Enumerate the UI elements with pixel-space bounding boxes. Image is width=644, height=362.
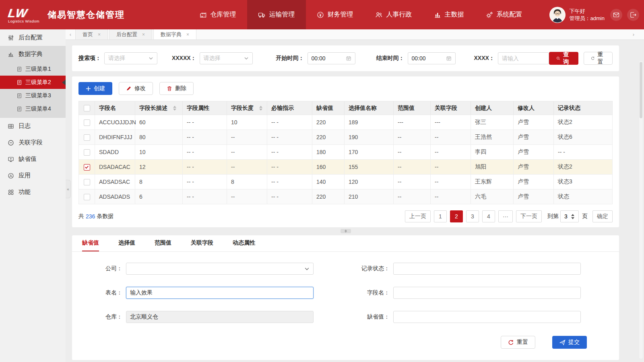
tab-backend-config[interactable]: 后台配置 × [109, 29, 152, 39]
table-row[interactable]: ACCUOJJDJN60-- -10-- -220189------张三卢雪状态… [79, 115, 613, 130]
table-row[interactable]: ADSADADS6-- ----- -220210----六毛卢雪状态 [79, 189, 613, 204]
close-icon[interactable]: × [142, 32, 145, 37]
sidebar-item-label: 三级菜单4 [25, 105, 51, 113]
user-box[interactable]: 下午好 管理员：admin [533, 7, 610, 23]
table-cell: --- [431, 115, 471, 130]
close-icon[interactable]: × [98, 32, 101, 37]
table-name-input[interactable] [126, 287, 314, 299]
panel-resize-handle[interactable] [341, 229, 351, 233]
close-icon[interactable]: × [186, 32, 189, 37]
dict-chart-icon [8, 51, 14, 58]
prev-page-button[interactable]: 上一页 [405, 210, 431, 222]
nav-item-hr[interactable]: 人事行政 [364, 0, 423, 29]
delete-button[interactable]: 删除 [159, 82, 194, 95]
sidebar-item-label: 关联字段 [19, 139, 43, 146]
sidebar-item-function[interactable]: 功能 [0, 184, 66, 200]
search-item-select[interactable]: 请选择 [104, 52, 157, 64]
page-button-4[interactable]: 4 [482, 210, 495, 222]
spinner-up-icon[interactable] [571, 214, 574, 216]
page-button-2-active[interactable]: 2 [450, 210, 463, 222]
start-time-input[interactable] [308, 52, 355, 64]
table-row[interactable]: SDADD10-- ----- -180170----李四卢雪-- - [79, 145, 613, 160]
row-checkbox[interactable] [84, 179, 90, 185]
detail-tab-related-field[interactable]: 关联字段 [191, 235, 213, 251]
log-grid-icon [8, 123, 14, 130]
sidebar-collapse-handle[interactable]: « [66, 180, 71, 198]
page-button-3[interactable]: 3 [466, 210, 479, 222]
mail-button[interactable] [610, 9, 622, 21]
spinner-down-icon[interactable] [571, 217, 574, 219]
sidebar-item-related-field[interactable]: 关联字段 [0, 134, 66, 151]
row-checkbox[interactable] [84, 194, 90, 200]
form-reset-button[interactable]: 重置 [501, 336, 535, 349]
sidebar-item-backend-config[interactable]: 后台配置 [0, 29, 66, 46]
sidebar-item-submenu-4[interactable]: 三级菜单4 [0, 102, 66, 115]
sidebar-item-data-dict[interactable]: 数据字典 [0, 46, 66, 62]
sort-control[interactable] [173, 106, 176, 111]
sidebar-item-label: 三级菜单3 [25, 92, 51, 99]
edit-button[interactable]: 修改 [119, 82, 153, 95]
goto-confirm-button[interactable]: 确定 [592, 210, 613, 222]
table-cell: 210 [345, 189, 394, 204]
tab-home[interactable]: 首页 × [75, 29, 108, 39]
sidebar-item-submenu-2[interactable]: 三级菜单2 [0, 76, 66, 89]
table-cell: 12 [135, 160, 183, 175]
main-area: ‹ 首页 × 后台配置 × 数据字典 × › 搜索项： 请选择 XXXXX： 请… [66, 29, 644, 362]
sidebar-item-log[interactable]: 日志 [0, 118, 66, 134]
nav-item-transport[interactable]: 运输管理 [247, 0, 306, 29]
row-checkbox[interactable] [84, 134, 90, 141]
sidebar-item-label: 应用 [19, 172, 31, 179]
next-page-button[interactable]: 下一页 [516, 210, 542, 222]
sidebar-item-submenu-1[interactable]: 三级菜单1 [0, 62, 66, 76]
default-value-input[interactable] [393, 311, 581, 323]
field-name-input[interactable] [393, 287, 581, 299]
company-select[interactable] [126, 263, 314, 275]
table-row-selected[interactable]: DSADACAC12-- ----- -160155----旭阳卢雪状态2 [79, 160, 613, 175]
table-cell: -- [394, 130, 431, 145]
nav-item-warehouse[interactable]: 仓库管理 [189, 0, 247, 29]
goto-page-input[interactable] [561, 213, 571, 220]
row-checkbox[interactable] [84, 119, 90, 126]
page-ellipsis[interactable]: ··· [498, 210, 513, 222]
sidebar-item-default-value[interactable]: 缺省值 [0, 151, 66, 167]
logout-button[interactable] [627, 9, 639, 21]
sidebar-item-label: 缺省值 [19, 155, 37, 163]
detail-tab-range-value[interactable]: 范围值 [155, 235, 171, 251]
page-button-1[interactable]: 1 [434, 210, 447, 222]
truck-icon [258, 11, 266, 19]
xxxxx-select[interactable]: 请选择 [200, 52, 253, 64]
vertical-scrollbar[interactable] [639, 61, 643, 359]
detail-tab-select-value[interactable]: 选择值 [118, 235, 135, 251]
sidebar-item-application[interactable]: 应用 [0, 167, 66, 184]
table-cell: 卢雪 [514, 145, 554, 160]
record-status-input[interactable] [393, 263, 581, 275]
tabs-scroll-right[interactable]: › [629, 29, 638, 39]
table-row[interactable]: DHDIFNFJJJ80-- ----- -220190----王浩然卢雪状态6 [79, 130, 613, 145]
form-submit-button[interactable]: 提交 [552, 336, 587, 349]
detail-tab-dynamic-attr[interactable]: 动态属性 [233, 235, 255, 251]
company-label: 公司： [82, 265, 126, 272]
create-button[interactable]: 创建 [78, 82, 112, 95]
reset-button[interactable]: 重置 [584, 52, 613, 65]
nav-label: 仓库管理 [211, 10, 236, 19]
row-checkbox-checked[interactable] [84, 164, 90, 171]
sidebar-item-label: 三级菜单1 [25, 66, 51, 73]
tab-data-dict[interactable]: 数据字典 × [153, 29, 196, 39]
sidebar-item-submenu-3[interactable]: 三级菜单3 [0, 89, 66, 102]
nav-item-sysconfig[interactable]: 系统配置 [475, 0, 533, 29]
table-row[interactable]: ADSADSAC8-- -8-- -140120----王东辉卢雪状态3 [79, 175, 613, 189]
end-time-input[interactable] [408, 52, 456, 64]
xxxx-input[interactable] [498, 52, 549, 64]
nav-item-finance[interactable]: 财务管理 [306, 0, 364, 29]
row-checkbox[interactable] [84, 149, 90, 156]
scrollbar-thumb[interactable] [640, 62, 642, 118]
table-col-header: 修改人 [514, 101, 554, 115]
query-button[interactable]: 查询 [549, 52, 578, 65]
nav-item-masterdata[interactable]: 主数据 [423, 0, 475, 29]
select-all-checkbox[interactable] [84, 105, 90, 111]
tabs-scroll-left[interactable]: ‹ [66, 29, 75, 39]
sort-control[interactable] [259, 106, 262, 111]
table-cell: 状态3 [554, 175, 613, 189]
table-name-label: 表名： [82, 289, 126, 296]
detail-tab-default-value[interactable]: 缺省值 [82, 235, 99, 251]
